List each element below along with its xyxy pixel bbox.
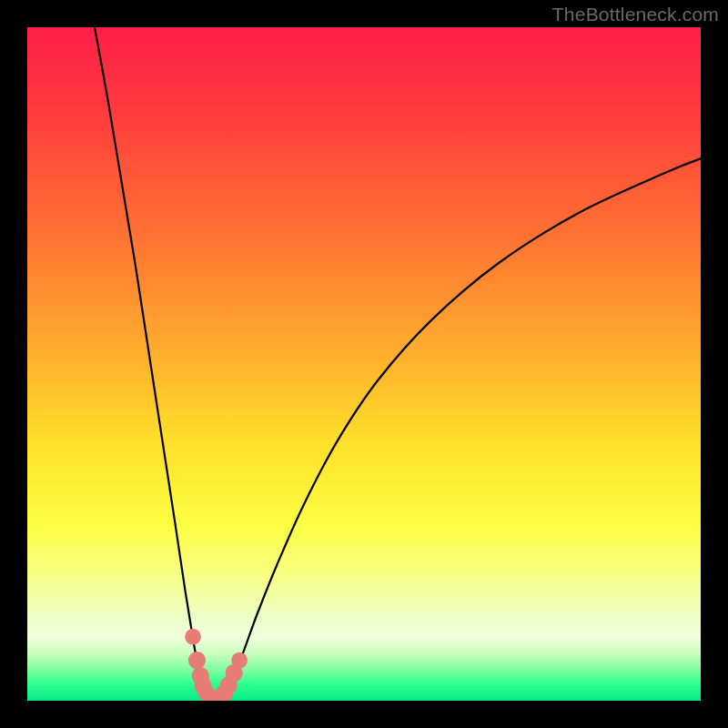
chart-frame: TheBottleneck.com <box>0 0 728 728</box>
curve-markers <box>185 629 248 701</box>
curve-right-branch <box>221 158 701 697</box>
marker-dot <box>231 652 248 669</box>
plot-area <box>27 27 701 701</box>
marker-dot <box>188 652 206 669</box>
marker-dot <box>185 629 201 645</box>
watermark-text: TheBottleneck.com <box>552 4 719 25</box>
curve-left-branch <box>95 27 210 697</box>
bottleneck-curve <box>27 27 701 701</box>
